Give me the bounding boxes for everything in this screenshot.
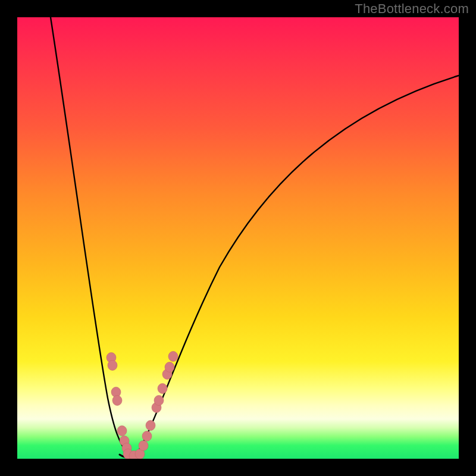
right-bead-0 <box>139 441 148 451</box>
right-bead-7 <box>165 362 174 372</box>
beads-group <box>107 352 178 459</box>
right-bead-8 <box>168 352 178 362</box>
curve-right-branch <box>136 76 459 455</box>
right-bead-5 <box>158 384 167 394</box>
watermark-text: TheBottleneck.com <box>355 1 469 17</box>
chart-frame <box>17 17 459 459</box>
left-bead-4 <box>117 426 127 436</box>
left-bead-1 <box>108 361 117 371</box>
right-bead-1 <box>142 431 152 441</box>
right-bead-2 <box>146 421 155 431</box>
bottleneck-curve-svg <box>17 17 459 459</box>
right-bead-4 <box>154 396 164 406</box>
left-bead-3 <box>112 396 122 406</box>
